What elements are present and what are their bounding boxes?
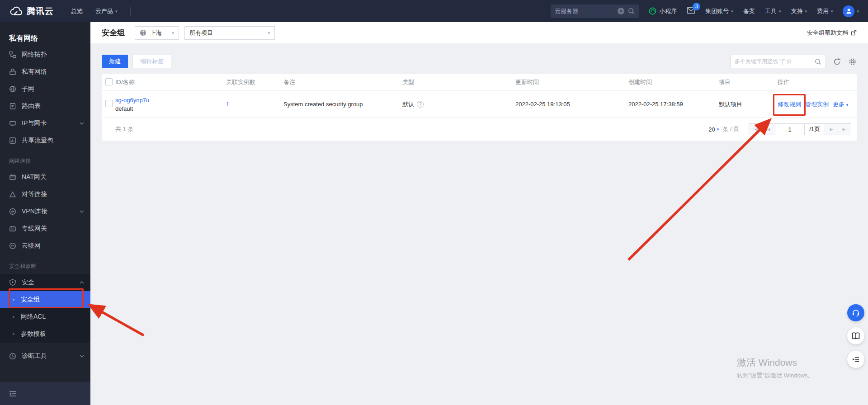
miniprogram-link[interactable]: 小程序	[649, 7, 677, 15]
cell-type: 默认	[402, 100, 414, 108]
group-account-menu[interactable]: 集团账号▾	[705, 7, 733, 15]
sidebar-footer	[0, 382, 90, 405]
shield-icon	[9, 279, 16, 286]
manage-instances-link[interactable]: 管理实例	[805, 100, 829, 108]
sidebar-item-security[interactable]: 安全	[0, 274, 90, 291]
cell-remark: System created security group	[283, 101, 402, 108]
next-page-button[interactable]: ▶	[825, 123, 838, 135]
more-actions-label: 更多	[833, 101, 844, 108]
support-float-button[interactable]	[847, 304, 864, 321]
tools-menu[interactable]: 工具▾	[765, 7, 781, 15]
col-header-remark: 备注	[283, 78, 402, 86]
cell-actions: 修改规则 管理实例 更多 ▾	[778, 100, 857, 108]
book-icon	[851, 332, 860, 340]
billing-menu[interactable]: 费用▾	[817, 7, 833, 15]
refresh-button[interactable]	[832, 57, 841, 66]
project-filter-select[interactable]: 所有项目 ▾	[184, 26, 275, 40]
sidebar-item-ccn[interactable]: 云联网	[0, 237, 90, 254]
sidebar-title: 私有网络	[0, 22, 90, 46]
security-group-id-link[interactable]: sg-og6ynp7u	[115, 97, 149, 104]
cell-project: 默认项目	[719, 100, 778, 108]
region-globe-icon	[140, 29, 146, 36]
sidebar-item-ip-nic[interactable]: IP与网卡	[0, 115, 90, 132]
topbar-search-input[interactable]	[555, 8, 614, 14]
col-header-actions: 操作	[778, 78, 857, 86]
sidebar-item-subnet[interactable]: 子网	[0, 80, 90, 98]
instance-count-link[interactable]: 1	[226, 101, 229, 108]
sidebar-item-diagnostic-tools[interactable]: 诊断工具	[0, 348, 90, 365]
edit-tags-button[interactable]: 编辑标签	[132, 55, 171, 68]
cloud-network-icon	[9, 242, 16, 250]
sidebar-item-vpn[interactable]: VPN连接	[0, 203, 90, 220]
sidebar-item-direct-connect-gateway[interactable]: 专线网关	[0, 220, 90, 237]
table-footer: 共 1 条 20▾ 条 / 页 ◀ ◀ /1页 ▶ ▶	[102, 118, 857, 141]
row-checkbox[interactable]	[105, 100, 113, 107]
cell-updated-at: 2022-02-25 19:13:05	[515, 101, 628, 108]
nav-overview[interactable]: 总览	[71, 7, 83, 15]
headset-icon	[851, 308, 860, 317]
chevron-down-icon: ▾	[831, 9, 833, 14]
more-actions-link[interactable]: 更多 ▾	[833, 100, 848, 108]
search-icon[interactable]	[628, 8, 635, 14]
sidebar-item-label: 专线网关	[22, 225, 84, 233]
sidebar-item-network-acl[interactable]: 网络ACL	[0, 308, 90, 325]
chevron-up-icon	[80, 281, 84, 284]
sidebar-item-label: 共享流量包	[22, 137, 84, 145]
table-search-input[interactable]	[735, 58, 815, 65]
miniprogram-label: 小程序	[659, 7, 677, 15]
chevron-down-icon: ▾	[172, 31, 174, 35]
col-header-id-name: ID/名称	[115, 78, 226, 86]
sidebar-item-label: 诊断工具	[22, 352, 74, 360]
sidebar-item-vpc[interactable]: 私有网络	[0, 63, 90, 80]
first-page-button[interactable]: ◀	[749, 123, 762, 135]
billing-label: 费用	[817, 7, 829, 15]
search-icon[interactable]	[815, 58, 821, 65]
collapse-sidebar-icon[interactable]	[9, 391, 16, 397]
page-size-select[interactable]: 20▾	[708, 126, 719, 133]
region-selector[interactable]: 上海 ▾	[135, 26, 179, 40]
sidebar-item-label: 对等连接	[22, 190, 84, 198]
messages-button[interactable]: 3	[687, 7, 695, 16]
select-all-checkbox[interactable]	[105, 78, 113, 85]
feedback-list-icon	[852, 356, 860, 363]
sidebar-item-shared-traffic-pack[interactable]: 共享流量包	[0, 132, 90, 149]
documentation-float-button[interactable]	[847, 327, 864, 344]
clear-search-icon[interactable]: ✕	[618, 8, 624, 14]
topbar-search[interactable]: ✕	[551, 5, 639, 18]
sidebar-item-route-table[interactable]: 路由表	[0, 98, 90, 115]
feedback-float-button[interactable]	[847, 351, 864, 368]
help-circle-icon[interactable]: ?	[417, 101, 424, 108]
sidebar-item-label: 安全组	[21, 296, 40, 304]
security-group-table: ID/名称 关联实例数 备注 类型 更新时间 创建时间 项目 操作 sg-og6…	[102, 74, 857, 141]
settings-button[interactable]	[848, 57, 857, 66]
table-search[interactable]	[730, 55, 826, 68]
table-header-row: ID/名称 关联实例数 备注 类型 更新时间 创建时间 项目 操作	[102, 74, 857, 91]
sidebar-item-peering[interactable]: 对等连接	[0, 186, 90, 203]
chevron-down-icon	[80, 210, 84, 213]
chevron-down-icon	[80, 122, 84, 125]
support-menu[interactable]: 支持▾	[791, 7, 807, 15]
message-count-badge: 3	[693, 3, 700, 10]
modify-rules-link[interactable]: 修改规则	[778, 100, 801, 108]
beian-link[interactable]: 备案	[743, 7, 755, 15]
create-button[interactable]: 新建	[102, 55, 128, 68]
logo-text: 腾讯云	[27, 5, 54, 17]
chevron-down-icon: ▾	[717, 127, 719, 132]
tencent-cloud-logo[interactable]: 腾讯云	[9, 5, 54, 17]
prev-page-button[interactable]: ◀	[762, 123, 775, 135]
topbar: 腾讯云 总览 云产品▾ ✕ 小程序	[0, 0, 868, 22]
sidebar-item-parameter-template[interactable]: 参数模板	[0, 325, 90, 343]
refresh-icon	[833, 58, 841, 66]
sidebar-item-nat-gateway[interactable]: NAT网关	[0, 169, 90, 186]
account-menu[interactable]: ▾	[843, 5, 859, 17]
nav-products[interactable]: 云产品▾	[95, 7, 118, 15]
current-page-input[interactable]	[775, 124, 804, 135]
sidebar-item-network-topology[interactable]: 网络拓扑	[0, 46, 90, 63]
last-page-button[interactable]: ▶	[838, 123, 851, 135]
help-doc-label: 安全组帮助文档	[807, 29, 848, 37]
sidebar: 私有网络 网络拓扑 私有网络 子网 路由表 IP与网卡 共享流量包 网络连接	[0, 22, 90, 405]
sidebar-item-security-group[interactable]: 安全组	[0, 291, 90, 308]
page-size-value: 20	[708, 126, 715, 133]
help-doc-link[interactable]: 安全组帮助文档	[807, 29, 857, 37]
cloud-logo-icon	[9, 6, 23, 16]
